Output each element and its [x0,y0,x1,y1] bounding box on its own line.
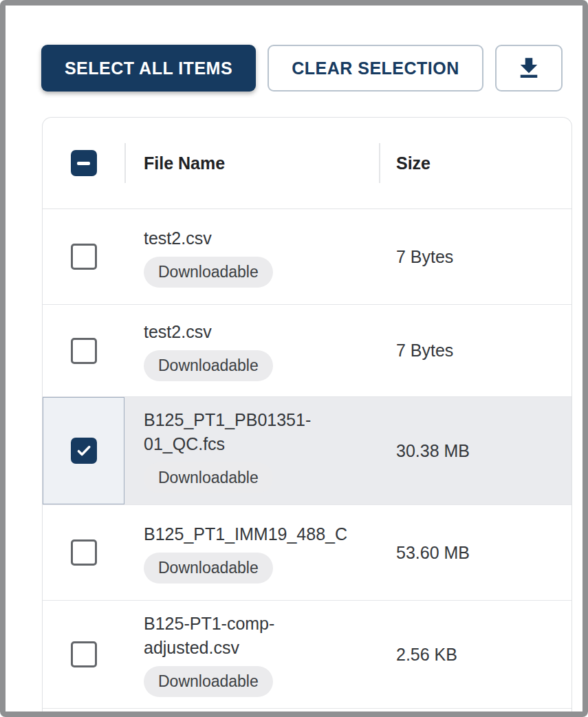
header-size-cell: Size [379,153,571,173]
file-size: 53.60 MB [396,543,470,563]
downloadable-badge: Downloadable [144,257,273,288]
file-size-cell: 2.56 KB [379,601,571,708]
file-name-cell: B125-PT1-comp-adjusted.csv Downloadable [124,601,379,708]
column-divider [379,143,380,183]
download-button[interactable] [495,45,563,92]
row-checkbox[interactable] [71,641,97,667]
table-row[interactable]: test2.csv Downloadable 7 Bytes [43,305,571,397]
table-row[interactable]: B125-PT1-comp-adjusted.csv Downloadable … [43,601,571,709]
select-all-items-button[interactable]: SELECT ALL ITEMS [41,45,256,92]
downloadable-badge: Downloadable [144,553,273,584]
file-size: 7 Bytes [396,341,453,361]
download-icon [514,54,543,83]
row-checkbox[interactable] [71,244,97,270]
file-name-column-header: File Name [144,153,225,173]
row-checkbox-cell [43,397,124,504]
row-checkbox-cell [43,505,124,600]
select-all-checkbox[interactable] [71,150,97,176]
page-frame: SELECT ALL ITEMS CLEAR SELECTION File Na… [0,0,588,717]
file-size: 7 Bytes [396,247,453,267]
column-divider [124,143,126,183]
table-header: File Name Size [43,118,571,209]
header-file-name-cell: File Name [124,153,379,173]
table-row[interactable]: B125_PT1_PB01351-01_QC.fcs Downloadable … [43,397,571,505]
downloadable-badge: Downloadable [144,666,273,697]
file-size-cell: 53.60 MB [379,505,571,600]
file-table-card: File Name Size test2.csv Downloadable 7 … [42,117,572,717]
file-name: B125-PT1-comp-adjusted.csv [144,612,353,660]
file-size-cell: 7 Bytes [379,305,571,396]
file-size-cell: 7 Bytes [379,209,571,304]
table-body: test2.csv Downloadable 7 Bytes test2.csv… [43,209,571,709]
row-checkbox-cell [43,209,124,304]
table-row[interactable]: test2.csv Downloadable 7 Bytes [43,209,571,305]
file-name-cell: test2.csv Downloadable [124,209,379,304]
row-checkbox-cell [43,305,124,396]
file-size: 30.38 MB [396,441,470,461]
file-name: B125_PT1_PB01351-01_QC.fcs [144,408,353,456]
file-name-cell: B125_PT1_PB01351-01_QC.fcs Downloadable [124,397,379,504]
toolbar: SELECT ALL ITEMS CLEAR SELECTION [41,45,563,92]
file-name-cell: test2.csv Downloadable [124,305,379,396]
clear-selection-button[interactable]: CLEAR SELECTION [268,45,483,92]
table-row[interactable]: B125_PT1_IMM19_488_C Downloadable 53.60 … [43,505,571,601]
file-size: 2.56 KB [396,645,457,665]
header-checkbox-cell [43,150,124,176]
file-name: test2.csv [144,226,212,250]
row-checkbox[interactable] [71,438,97,464]
file-size-cell: 30.38 MB [379,397,571,504]
file-name: test2.csv [144,320,212,344]
file-name: B125_PT1_IMM19_488_C [144,522,381,546]
checkmark-icon [75,442,93,460]
row-checkbox-cell [43,601,124,708]
indeterminate-dash-icon [77,162,90,165]
downloadable-badge: Downloadable [144,350,273,381]
row-checkbox[interactable] [71,338,97,364]
file-name-cell: B125_PT1_IMM19_488_C Downloadable [124,505,379,600]
downloadable-badge: Downloadable [144,462,273,493]
size-column-header: Size [396,153,431,173]
row-checkbox[interactable] [71,539,97,566]
